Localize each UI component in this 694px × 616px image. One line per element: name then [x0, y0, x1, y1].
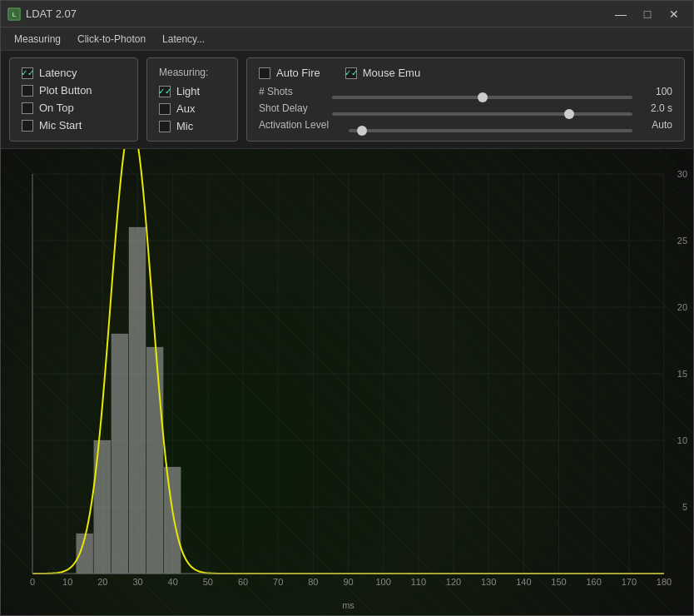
- activation-slider[interactable]: [349, 129, 632, 132]
- shot-delay-slider[interactable]: [332, 112, 632, 116]
- right-top-row: Auto Fire ✓ Mouse Emu: [259, 67, 672, 79]
- latency-checkbox-row[interactable]: ✓ Latency: [22, 67, 126, 79]
- mic-label: Mic: [176, 120, 193, 132]
- on-top-checkbox-row[interactable]: On Top: [22, 102, 126, 114]
- shot-delay-row: Shot Delay 2.0 s: [259, 102, 672, 114]
- shot-delay-slider-container: [332, 106, 632, 111]
- mouse-emu-checkbox[interactable]: ✓: [345, 67, 357, 79]
- mouse-emu-row: ✓ Mouse Emu: [345, 67, 420, 79]
- app-icon: L: [7, 7, 21, 21]
- on-top-label: On Top: [39, 102, 74, 114]
- menu-latency[interactable]: Latency...: [156, 31, 211, 47]
- mic-checkbox-row[interactable]: Mic: [159, 120, 226, 132]
- light-label: Light: [176, 85, 200, 97]
- aux-checkbox[interactable]: [159, 103, 171, 115]
- shots-row: # Shots 100: [259, 86, 672, 97]
- latency-chart: [1, 149, 693, 615]
- light-checkbox-row[interactable]: ✓ Light: [159, 85, 226, 97]
- close-button[interactable]: ✕: [662, 6, 687, 22]
- auto-fire-label: Auto Fire: [276, 67, 320, 79]
- menu-bar: Measuring Click-to-Photon Latency...: [1, 27, 693, 51]
- mic-start-checkbox-row[interactable]: Mic Start: [22, 119, 126, 132]
- activation-row: Activation Level Auto: [259, 119, 672, 131]
- plot-button-checkbox[interactable]: [22, 85, 33, 97]
- on-top-checkbox[interactable]: [22, 102, 33, 114]
- aux-label: Aux: [176, 102, 195, 115]
- latency-checkbox[interactable]: ✓: [22, 67, 33, 79]
- shots-slider-container: [332, 89, 632, 94]
- minimize-button[interactable]: —: [608, 6, 633, 22]
- latency-label: Latency: [39, 67, 77, 79]
- right-panel: Auto Fire ✓ Mouse Emu # Shots 100 Shot D…: [246, 57, 685, 142]
- chart-area: E2E Latency avg ms :28.2 stdev :5.9 min …: [1, 149, 693, 615]
- main-window: L LDAT 2.07 — □ ✕ Measuring Click-to-Pho…: [0, 0, 694, 616]
- maximize-button[interactable]: □: [635, 6, 660, 22]
- activation-slider-container: [349, 122, 632, 127]
- measuring-title: Measuring:: [159, 67, 226, 78]
- window-controls: — □ ✕: [608, 6, 687, 22]
- shot-delay-label: Shot Delay: [259, 102, 325, 114]
- plot-button-checkbox-row[interactable]: Plot Button: [22, 84, 126, 97]
- menu-click-to-photon[interactable]: Click-to-Photon: [71, 31, 152, 47]
- measuring-panel: Measuring: ✓ Light Aux Mic: [146, 57, 238, 142]
- shots-label: # Shots: [259, 86, 325, 97]
- mouse-emu-label: Mouse Emu: [363, 67, 420, 79]
- shots-value: 100: [639, 86, 672, 97]
- aux-checkbox-row[interactable]: Aux: [159, 102, 226, 115]
- activation-label: Activation Level: [259, 119, 342, 131]
- auto-fire-checkbox[interactable]: [259, 67, 270, 79]
- light-checkbox[interactable]: ✓: [159, 86, 171, 97]
- left-panel: ✓ Latency Plot Button On Top Mic Start: [9, 57, 138, 142]
- plot-button-label: Plot Button: [39, 84, 92, 97]
- svg-text:L: L: [12, 11, 17, 18]
- shot-delay-value: 2.0 s: [639, 102, 672, 114]
- mic-start-checkbox[interactable]: [22, 120, 33, 132]
- menu-measuring[interactable]: Measuring: [7, 31, 67, 47]
- shots-slider[interactable]: [332, 96, 632, 99]
- title-bar: L LDAT 2.07 — □ ✕: [1, 1, 693, 27]
- window-title: LDAT 2.07: [26, 7, 608, 20]
- mic-start-label: Mic Start: [39, 119, 82, 132]
- auto-fire-row: Auto Fire: [259, 67, 320, 79]
- controls-area: ✓ Latency Plot Button On Top Mic Start M…: [1, 51, 693, 149]
- mic-checkbox[interactable]: [159, 121, 171, 132]
- activation-value: Auto: [639, 119, 672, 131]
